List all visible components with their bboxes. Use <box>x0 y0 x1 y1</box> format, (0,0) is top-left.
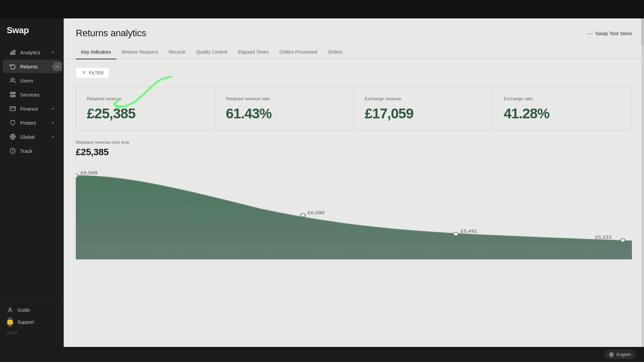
content-area: FILTER Retained revenue £25,385 Retained… <box>64 59 644 347</box>
page-title: Returns analytics <box>76 28 146 39</box>
global-label: Global <box>20 134 35 140</box>
kpi-label-3: Exchange ratio <box>504 96 621 101</box>
kpi-label-2: Exchange revenue <box>365 96 482 101</box>
store-selector[interactable]: — Swap Test Store <box>587 30 632 37</box>
chart-label-0: £8,589 <box>80 171 98 175</box>
top-bar <box>0 0 644 18</box>
support-icon: 🙂 <box>7 319 13 325</box>
kpi-value-0: £25,385 <box>87 107 204 121</box>
store-dash: — <box>587 30 593 37</box>
tab-elapsed-times[interactable]: Elapsed Times <box>232 47 274 59</box>
support-label: Support <box>17 319 34 325</box>
kpi-retained-revenue: Retained revenue £25,385 <box>76 87 215 130</box>
sidebar-item-users[interactable]: Users <box>3 74 61 87</box>
kpi-exchange-ratio: Exchange ratio 41.28% <box>493 87 632 130</box>
services-icon <box>9 91 16 98</box>
services-label: Services <box>20 92 40 98</box>
kpi-grid: Retained revenue £25,385 Retained revenu… <box>76 86 632 130</box>
chart-label-3: £5,215 <box>595 235 612 239</box>
guido-item[interactable]: Guido <box>7 304 57 316</box>
svg-point-3 <box>11 78 13 80</box>
chart-area <box>76 176 632 259</box>
tab-key-indicators[interactable]: Key Indicators <box>76 47 116 59</box>
chart-svg: £8,589 £6,090 £5,491 £5,215 <box>76 166 632 259</box>
sidebar-item-returns[interactable]: Returns ▾ <box>3 60 61 73</box>
main-header: Returns analytics — Swap Test Store <box>64 18 644 39</box>
finance-label: Finance <box>20 106 38 112</box>
chart-point-1 <box>301 214 305 217</box>
chart-point-0 <box>76 174 78 177</box>
kpi-value-1: 61.43% <box>226 107 343 121</box>
sidebar-item-track[interactable]: Track <box>3 144 61 158</box>
svg-point-15 <box>9 308 11 310</box>
global-icon <box>9 133 16 140</box>
svg-rect-7 <box>12 95 14 97</box>
svg-rect-2 <box>14 50 15 55</box>
app-logo: Swap <box>0 25 63 46</box>
version-text: V.0.04 <box>7 331 57 335</box>
bottom-bar: English <box>0 347 644 362</box>
chart-title: Retained revenue over time <box>76 140 632 145</box>
chart-icon <box>9 49 16 56</box>
svg-rect-4 <box>10 92 12 94</box>
sidebar-item-analytics[interactable]: Analytics ▾ <box>3 46 61 59</box>
filter-button[interactable]: FILTER <box>76 67 109 78</box>
tab-returns-reasons[interactable]: Returns Reasons <box>116 47 163 59</box>
return-icon <box>9 63 16 70</box>
kpi-value-2: £17,059 <box>365 107 482 121</box>
chart-total: £25,385 <box>76 147 632 158</box>
kpi-label-1: Retained revenue ratio <box>226 96 343 101</box>
tabs-bar: Key Indicators Returns Reasons Recycle Q… <box>64 41 644 59</box>
svg-rect-6 <box>12 92 14 94</box>
sidebar-bottom: Guido 🙂 Support V.0.04 <box>0 298 63 340</box>
analytics-chevron: ▾ <box>52 50 54 55</box>
tab-orders-processed[interactable]: Orders Processed <box>274 47 323 59</box>
sidebar-item-global[interactable]: Global ▾ <box>3 130 61 143</box>
svg-rect-0 <box>10 52 11 55</box>
svg-rect-10 <box>10 107 16 111</box>
filter-label: FILTER <box>89 70 104 75</box>
language-label: English <box>616 352 631 357</box>
scrollbar[interactable] <box>641 18 644 347</box>
analytics-label: Analytics <box>20 50 40 55</box>
store-name: Swap Test Store <box>595 31 632 36</box>
filter-icon <box>82 71 86 75</box>
chart-label-2: £5,491 <box>461 229 478 233</box>
returns-indicator[interactable] <box>53 62 62 71</box>
finance-chevron: ▾ <box>52 107 54 111</box>
protect-chevron: ▾ <box>52 121 54 125</box>
chart-label-1: £6,090 <box>308 210 325 215</box>
returns-label: Returns <box>20 64 38 69</box>
users-icon <box>9 77 16 84</box>
chart-section: Retained revenue over time £25,385 <box>76 140 632 259</box>
kpi-retained-ratio: Retained revenue ratio 61.43% <box>215 87 354 130</box>
chart-container: £8,589 £6,090 £5,491 £5,215 <box>76 166 632 259</box>
kpi-exchange-revenue: Exchange revenue £17,059 <box>354 87 493 130</box>
protect-label: Protect <box>20 120 36 126</box>
sidebar-item-protect[interactable]: Protect ▾ <box>3 116 61 129</box>
chart-point-3 <box>620 239 625 242</box>
finance-icon <box>9 105 16 112</box>
track-label: Track <box>20 148 33 154</box>
global-chevron: ▾ <box>52 135 54 139</box>
filter-bar: FILTER <box>76 67 632 78</box>
svg-rect-9 <box>14 95 15 97</box>
users-label: Users <box>20 78 33 83</box>
sidebar: Swap Analytics ▾ Returns ▾ <box>0 18 64 347</box>
language-button[interactable]: English <box>604 350 636 359</box>
svg-rect-5 <box>10 95 12 97</box>
sidebar-item-finance[interactable]: Finance ▾ <box>3 102 61 115</box>
track-icon <box>9 147 16 154</box>
chart-point-2 <box>453 232 458 236</box>
sidebar-nav: Analytics ▾ Returns ▾ Users <box>0 46 63 298</box>
kpi-label-0: Retained revenue <box>87 96 204 101</box>
support-item[interactable]: 🙂 Support <box>7 316 57 328</box>
tab-recycle[interactable]: Recycle <box>163 47 191 59</box>
scroll-thumb[interactable] <box>641 18 643 45</box>
sidebar-item-services[interactable]: Services <box>3 88 61 101</box>
kpi-value-3: 41.28% <box>504 107 621 121</box>
user-profile-icon <box>7 307 13 313</box>
tab-orders[interactable]: Orders <box>323 47 348 59</box>
tab-quality-control[interactable]: Quality Control <box>191 47 233 59</box>
svg-rect-1 <box>12 51 13 55</box>
